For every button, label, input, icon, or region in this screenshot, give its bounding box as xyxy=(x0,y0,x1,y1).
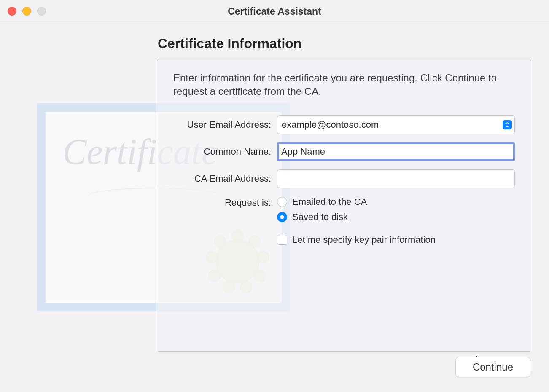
continue-button[interactable]: Continue xyxy=(455,357,530,377)
radio-label-emailed: Emailed to the CA xyxy=(292,196,367,207)
row-ca-email: CA Email Address: xyxy=(173,169,515,188)
row-request-is: Request is: Emailed to the CA Saved to d… xyxy=(173,196,515,245)
window: Certificate Assistant Certificate xyxy=(0,0,549,392)
label-user-email: User Email Address: xyxy=(173,119,277,130)
radio-label-saved: Saved to disk xyxy=(292,212,348,223)
close-window-button[interactable] xyxy=(8,7,16,16)
form-panel: Enter information for the certificate yo… xyxy=(158,59,530,352)
ca-email-input[interactable] xyxy=(277,169,515,188)
row-common-name: Common Name: xyxy=(173,142,515,161)
label-ca-email: CA Email Address: xyxy=(173,173,277,184)
radio-emailed-to-ca[interactable]: Emailed to the CA xyxy=(277,196,515,207)
radio-indicator-icon xyxy=(277,197,287,207)
titlebar: Certificate Assistant xyxy=(0,0,549,23)
window-controls xyxy=(8,7,46,16)
checkbox-specify-keypair[interactable]: Let me specify key pair information xyxy=(277,234,515,245)
window-title: Certificate Assistant xyxy=(0,0,549,23)
radio-saved-to-disk[interactable]: Saved to disk xyxy=(277,212,515,223)
page-heading: Certificate Information xyxy=(158,36,301,51)
window-body: Certificate xyxy=(0,23,549,392)
row-user-email: User Email Address: example@contoso.com xyxy=(173,115,515,134)
label-common-name: Common Name: xyxy=(173,146,277,157)
user-email-value: example@contoso.com xyxy=(282,119,503,130)
minimize-window-button[interactable] xyxy=(22,7,31,16)
checkbox-indicator-icon xyxy=(277,235,287,245)
radio-indicator-icon xyxy=(277,212,287,222)
chevron-down-icon[interactable] xyxy=(503,120,512,129)
instructions-text: Enter information for the certificate yo… xyxy=(173,71,515,99)
checkbox-label-specify-keypair: Let me specify key pair information xyxy=(292,234,436,245)
label-request-is: Request is: xyxy=(173,196,277,208)
user-email-combo[interactable]: example@contoso.com xyxy=(277,115,515,134)
zoom-window-button[interactable] xyxy=(37,7,46,16)
common-name-input[interactable] xyxy=(277,142,515,161)
